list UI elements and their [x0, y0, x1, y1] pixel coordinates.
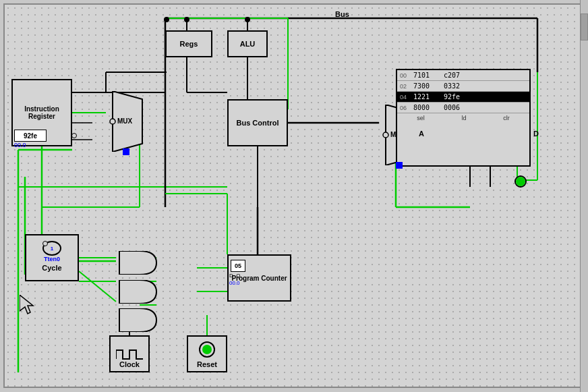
- scrollbar[interactable]: [580, 0, 588, 392]
- and-gate-1: [116, 251, 160, 275]
- clock-component: Clock: [109, 335, 150, 372]
- memory-row-1: 02 7300 0332: [397, 81, 529, 92]
- memory-a-label: A: [419, 130, 424, 138]
- regs-component: Regs: [165, 30, 212, 57]
- reset-component: Reset: [187, 335, 227, 372]
- ir-invert-bubble: [71, 133, 77, 138]
- ir-sublabel: 00.0: [14, 142, 26, 148]
- memory-footer: sel ld clr: [397, 113, 529, 123]
- junction-dot-2: [184, 17, 189, 22]
- bus-label: Bus: [335, 10, 349, 18]
- and-gate-3: [116, 308, 160, 332]
- and-gate-2: [116, 280, 160, 304]
- alu-component: ALU: [227, 30, 268, 57]
- memory-d-label: D: [533, 130, 539, 138]
- mem-d-fill: [516, 177, 525, 186]
- svg-text:MUX: MUX: [117, 117, 133, 125]
- bus-control-component: Bus Control: [227, 99, 288, 146]
- svg-point-54: [110, 119, 115, 124]
- pc-sublabel: 00.0: [229, 280, 240, 286]
- wire-diagram: [5, 5, 582, 387]
- junction-dot-3: [245, 17, 250, 22]
- memory-row-3: 06 8000 0006: [397, 103, 529, 113]
- pc-dq-label: D Q: [229, 273, 240, 279]
- alu-label: ALU: [240, 40, 256, 48]
- reset-circle-icon: [199, 341, 215, 358]
- memory-component: 00 7101 c207 02 7300 0332 04 1221 92fe 0…: [396, 69, 531, 167]
- bus-control-label: Bus Control: [237, 119, 279, 127]
- cycle-label: Cycle: [26, 264, 78, 272]
- cycle-component: 1 Tten0 Cycle: [25, 234, 79, 281]
- svg-marker-58: [20, 295, 33, 314]
- regs-label: Regs: [180, 40, 198, 48]
- pc-value-display: 05: [231, 260, 245, 272]
- mux-left-shape: MUX: [105, 91, 144, 152]
- ir-label: Instruction Register: [13, 105, 71, 120]
- svg-point-57: [383, 132, 388, 138]
- ir-value-display: 92fe: [14, 130, 47, 142]
- mux-left-indicator: [123, 148, 129, 155]
- junction-dot-1: [164, 17, 169, 22]
- reset-label: Reset: [197, 360, 217, 368]
- cycle-inner-circle: 1: [42, 241, 61, 256]
- mux-right-indicator: [396, 162, 403, 169]
- memory-row-2: 04 1221 92fe: [397, 92, 529, 103]
- svg-line-15: [79, 271, 116, 302]
- clock-label: Clock: [119, 360, 140, 368]
- memory-row-0: 00 7101 c207: [397, 70, 529, 81]
- clock-wave-icon: [116, 347, 143, 360]
- circuit-canvas: Regs ALU Bus Bus Control Instruction Reg…: [3, 3, 583, 388]
- cursor-icon: [20, 295, 40, 315]
- scrollbar-thumb[interactable]: [581, 13, 588, 40]
- cycle-inner-label: Tten0: [44, 256, 60, 262]
